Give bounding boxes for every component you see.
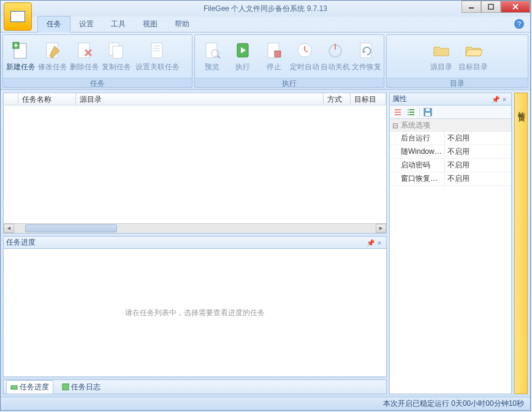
tab-view[interactable]: 视图 bbox=[134, 17, 166, 32]
progress-panel: 任务进度 📌 × 请在任务列表中，选择需要查看进度的任务 bbox=[3, 236, 387, 377]
col-task-name[interactable]: 任务名称 bbox=[18, 93, 76, 105]
play-icon bbox=[233, 40, 253, 60]
clock-icon bbox=[295, 40, 314, 60]
source-dir-button[interactable]: 源目录 bbox=[426, 36, 457, 77]
execute-button[interactable]: 执行 bbox=[228, 36, 257, 77]
copy-task-button[interactable]: 复制任务 bbox=[101, 36, 132, 77]
restore-icon bbox=[357, 40, 376, 60]
new-task-button[interactable]: 新建任务 bbox=[6, 36, 36, 77]
scroll-left-button[interactable]: ◄ bbox=[4, 224, 14, 233]
side-tab-homepage[interactable]: 软件首页 bbox=[514, 93, 528, 394]
collapse-icon: ⊟ bbox=[392, 121, 398, 130]
preview-button[interactable]: 预览 bbox=[197, 36, 227, 77]
folder-icon bbox=[431, 40, 451, 60]
tab-help[interactable]: 帮助 bbox=[166, 17, 198, 32]
progress-panel-title: 任务进度 bbox=[6, 237, 367, 248]
prop-category[interactable]: ⊟ 系统选项 bbox=[390, 119, 511, 132]
prop-row[interactable]: 后台运行不启用 bbox=[390, 132, 511, 145]
svg-point-38 bbox=[408, 109, 409, 110]
panel-close-icon[interactable]: × bbox=[500, 95, 509, 104]
panel-close-icon[interactable]: × bbox=[375, 238, 384, 247]
tab-settings[interactable]: 设置 bbox=[70, 17, 102, 32]
auto-shutdown-button[interactable]: 自动关机 bbox=[321, 36, 350, 77]
prop-row[interactable]: 窗口恢复密码不启用 bbox=[390, 172, 511, 186]
power-icon bbox=[325, 40, 345, 60]
copy-task-icon bbox=[107, 40, 126, 60]
svg-rect-23 bbox=[275, 51, 281, 57]
svg-rect-42 bbox=[425, 113, 430, 116]
col-source-dir[interactable]: 源目录 bbox=[76, 93, 324, 105]
statusbar: 本次开启已稳定运行 0天00小时00分钟10秒 bbox=[1, 397, 530, 410]
close-button[interactable] bbox=[501, 1, 530, 13]
new-task-icon bbox=[11, 40, 31, 60]
svg-rect-18 bbox=[206, 43, 217, 58]
progress-placeholder: 请在任务列表中，选择需要查看进度的任务 bbox=[4, 249, 386, 376]
tab-task[interactable]: 任务 bbox=[37, 16, 70, 32]
scroll-right-button[interactable]: ► bbox=[376, 224, 386, 233]
tab-progress[interactable]: 任务进度 bbox=[6, 380, 53, 394]
ribbon-group-dir-label: 目录 bbox=[387, 78, 528, 88]
edit-task-icon bbox=[43, 40, 63, 60]
stop-button[interactable]: 停止 bbox=[259, 36, 289, 77]
scroll-thumb[interactable] bbox=[25, 224, 117, 232]
prop-categorized-button[interactable] bbox=[392, 107, 403, 118]
app-menu-button[interactable] bbox=[4, 2, 32, 31]
ribbon-group-task-label: 任务 bbox=[3, 78, 192, 88]
bottom-tabs: 任务进度 任务日志 bbox=[3, 380, 387, 394]
delete-task-button[interactable]: 删除任务 bbox=[69, 36, 100, 77]
svg-rect-9 bbox=[78, 43, 89, 58]
uptime-text: 本次开启已稳定运行 0天00小时00分钟10秒 bbox=[383, 399, 524, 409]
svg-rect-43 bbox=[426, 109, 430, 111]
svg-line-20 bbox=[218, 56, 220, 58]
edit-task-button[interactable]: 修改任务 bbox=[37, 36, 68, 77]
svg-rect-1 bbox=[488, 4, 493, 9]
log-tab-icon bbox=[62, 383, 69, 391]
svg-rect-13 bbox=[113, 46, 123, 58]
schedule-button[interactable]: 定时自动 bbox=[290, 36, 319, 77]
svg-rect-14 bbox=[151, 43, 162, 58]
folder-open-icon bbox=[463, 40, 483, 60]
svg-rect-30 bbox=[11, 386, 17, 389]
progress-tab-icon bbox=[10, 383, 18, 391]
prop-save-button[interactable] bbox=[422, 107, 433, 118]
stop-icon bbox=[264, 40, 284, 60]
maximize-button[interactable] bbox=[481, 1, 501, 13]
svg-point-40 bbox=[408, 114, 409, 115]
svg-rect-29 bbox=[360, 43, 371, 58]
col-mode[interactable]: 方式 bbox=[324, 93, 351, 105]
ribbon: 新建任务 修改任务 删除任务 复制任务 设置关联任务 bbox=[1, 32, 530, 90]
window-title: FileGee 个人文件同步备份系统 9.7.13 bbox=[1, 4, 530, 14]
file-restore-button[interactable]: 文件恢复 bbox=[352, 36, 381, 77]
svg-point-39 bbox=[408, 112, 409, 113]
delete-task-icon bbox=[75, 40, 94, 60]
pin-icon[interactable]: 📌 bbox=[367, 238, 375, 247]
tab-log[interactable]: 任务日志 bbox=[58, 381, 104, 394]
preview-icon bbox=[202, 40, 222, 60]
pin-icon[interactable]: 📌 bbox=[492, 95, 500, 104]
minimize-button[interactable] bbox=[462, 1, 481, 13]
properties-panel: 属性 📌 × ⊟ 系统选项 后台运行不启用 随Windows... bbox=[389, 93, 512, 394]
help-icon[interactable]: ? bbox=[514, 19, 524, 29]
task-list-panel: 任务名称 源目录 方式 目标目录 ◄ ► bbox=[3, 93, 387, 234]
tab-tools[interactable]: 工具 bbox=[102, 17, 134, 32]
col-check[interactable] bbox=[4, 93, 18, 105]
link-task-icon bbox=[148, 40, 167, 60]
menubar: 任务 设置 工具 视图 帮助 ? bbox=[1, 17, 530, 32]
horizontal-scrollbar[interactable]: ◄ ► bbox=[4, 223, 386, 233]
col-target-dir[interactable]: 目标目录 bbox=[351, 93, 386, 105]
ribbon-group-exec-label: 执行 bbox=[195, 78, 384, 88]
svg-rect-31 bbox=[63, 384, 69, 390]
link-task-button[interactable]: 设置关联任务 bbox=[133, 36, 182, 77]
titlebar: FileGee 个人文件同步备份系统 9.7.13 bbox=[1, 1, 530, 17]
prop-alphabetical-button[interactable] bbox=[406, 107, 417, 118]
target-dir-button[interactable]: 目标目录 bbox=[458, 36, 488, 77]
properties-title: 属性 bbox=[392, 94, 492, 104]
prop-row[interactable]: 随Windows...不启用 bbox=[390, 145, 511, 159]
prop-row[interactable]: 启动密码不启用 bbox=[390, 159, 511, 172]
task-list-body[interactable] bbox=[4, 105, 386, 223]
